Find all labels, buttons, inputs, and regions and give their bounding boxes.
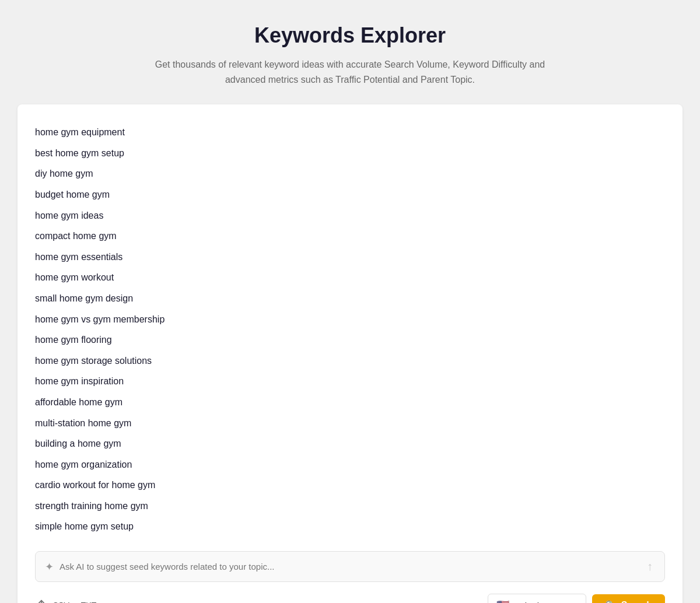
search-button[interactable]: 🔍 Search [592, 594, 665, 603]
list-item: home gym inspiration [35, 371, 665, 392]
list-item: best home gym setup [35, 143, 665, 164]
upload-icon [35, 599, 48, 603]
list-item: home gym storage solutions [35, 350, 665, 371]
page-subtitle: Get thousands of relevant keyword ideas … [146, 57, 554, 87]
list-item: multi-station home gym [35, 413, 665, 434]
search-button-label: Search [621, 600, 652, 603]
list-item: home gym vs gym membership [35, 309, 665, 330]
main-card: home gym equipmentbest home gym setupdiy… [18, 104, 682, 603]
list-item: diy home gym [35, 163, 665, 184]
country-selector-button[interactable]: 🇺🇸 United States ▼ [488, 594, 586, 603]
list-item: home gym workout [35, 267, 665, 288]
country-flag: 🇺🇸 [496, 599, 509, 603]
keywords-list: home gym equipmentbest home gym setupdiy… [35, 122, 665, 537]
list-item: compact home gym [35, 226, 665, 247]
list-item: building a home gym [35, 433, 665, 454]
list-item: cardio workout for home gym [35, 475, 665, 496]
list-item: budget home gym [35, 184, 665, 205]
ai-keyword-input[interactable] [60, 562, 645, 572]
ai-sparkle-icon: ✦ [45, 560, 54, 573]
list-item: strength training home gym [35, 496, 665, 517]
list-item: home gym essentials [35, 247, 665, 268]
list-item: home gym equipment [35, 122, 665, 143]
list-item: home gym organization [35, 454, 665, 475]
page-title: Keywords Explorer [254, 23, 446, 48]
list-item: small home gym design [35, 288, 665, 309]
search-icon: 🔍 [605, 600, 617, 603]
csv-upload-area[interactable]: CSV or TXT [35, 599, 96, 603]
bottom-row: CSV or TXT 🇺🇸 United States ▼ 🔍 Search [35, 594, 665, 603]
ai-submit-button[interactable]: ↑ [645, 560, 655, 573]
list-item: simple home gym setup [35, 516, 665, 537]
list-item: home gym ideas [35, 205, 665, 226]
list-item: affordable home gym [35, 392, 665, 413]
right-controls: 🇺🇸 United States ▼ 🔍 Search [488, 594, 665, 603]
list-item: home gym flooring [35, 329, 665, 350]
country-label: United States [514, 601, 566, 603]
ai-input-row[interactable]: ✦ ↑ [35, 551, 665, 582]
csv-upload-label: CSV or TXT [52, 601, 96, 603]
